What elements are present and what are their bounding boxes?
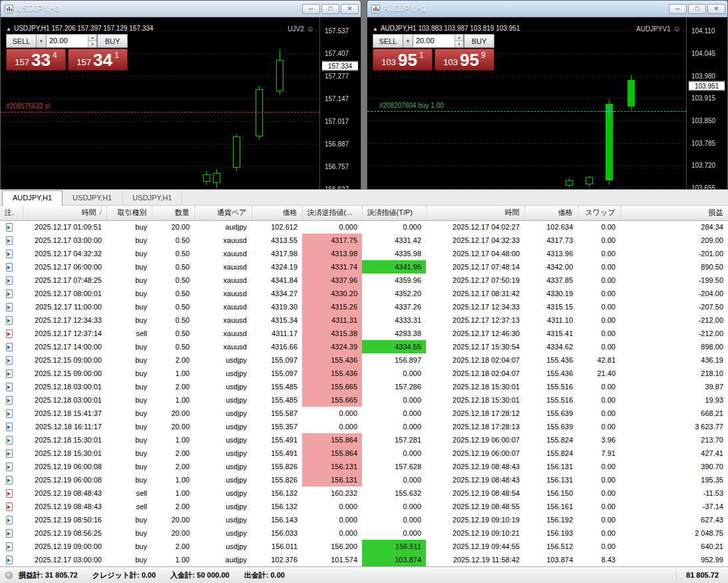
column-header-5[interactable]: 価格 xyxy=(252,206,302,220)
trade-row[interactable]: 2025.12.18 15:30:01buy1.00usdjpy155.4911… xyxy=(0,433,728,447)
status-total-item: 出金計: 0.00 xyxy=(244,570,285,580)
trade-row[interactable]: 2025.12.17 03:00:00buy1.00audjpy102.3761… xyxy=(0,553,728,566)
connection-status-icon xyxy=(5,572,13,579)
grid-line xyxy=(1,121,319,122)
volume-field[interactable]: 20.00 ▲ ▼ xyxy=(413,34,464,48)
titlebar-usdjpy[interactable]: USDJPY,H1 ─ □ ✕ xyxy=(1,1,361,17)
column-header-0[interactable]: 注. xyxy=(0,206,23,220)
cell-open_time: 2025.12.18 03:00:01 xyxy=(23,380,106,393)
cell-price: 155.485 xyxy=(252,380,302,393)
trade-row[interactable]: 2025.12.19 08:50:16buy20.00usdjpy156.143… xyxy=(0,513,728,526)
sell-button[interactable]: SELL xyxy=(6,34,37,48)
trade-row[interactable]: 2025.12.18 16:11:17buy20.00usdjpy155.357… xyxy=(0,420,728,433)
trade-row[interactable]: 2025.12.17 07:48:25buy0.50xauusd4341.844… xyxy=(0,274,728,287)
volume-dropdown-button[interactable]: ▼ xyxy=(37,34,47,48)
candle-body xyxy=(256,89,263,136)
trade-row[interactable]: 2025.12.17 01:09:51buy20.00audjpy102.612… xyxy=(0,220,728,234)
cell-profit: 390.70 xyxy=(620,460,728,473)
trade-row[interactable]: 2025.12.17 11:00:00buy0.50xauusd4319.304… xyxy=(0,300,728,313)
minimize-button[interactable]: ─ xyxy=(302,4,320,14)
cell-close_price: 155.436 xyxy=(524,353,578,367)
buy-quote[interactable]: 157341 xyxy=(68,49,128,71)
trade-row[interactable]: 2025.12.19 08:48:43sell1.00usdjpy156.132… xyxy=(0,486,728,500)
volume-dropdown-button[interactable]: ▼ xyxy=(403,34,413,48)
trade-row[interactable]: 2025.12.15 09:00:00buy1.00usdjpy155.0971… xyxy=(0,367,728,380)
column-header-2[interactable]: 取引種別 xyxy=(106,206,152,220)
trade-row[interactable]: 2025.12.19 06:00:08buy2.00usdjpy155.8261… xyxy=(0,460,728,473)
trade-row[interactable]: 2025.12.17 08:00:01buy0.50xauusd4334.274… xyxy=(0,287,728,300)
trade-row[interactable]: 2025.12.17 14:00:00buy0.50xauusd4316.664… xyxy=(0,340,728,353)
trade-row[interactable]: 2025.12.17 06:00:00buy0.50xauusd4324.194… xyxy=(0,260,728,274)
tab-0-audjpy-h1[interactable]: AUDJPY,H1 xyxy=(2,190,63,206)
cell-sl: 0.000 xyxy=(302,526,362,540)
trade-row[interactable]: 2025.12.18 15:30:01buy2.00usdjpy155.4911… xyxy=(0,447,728,460)
trade-row[interactable]: 2025.12.18 03:00:01buy1.00usdjpy155.4851… xyxy=(0,393,728,407)
volume-increase-icon[interactable]: ▲ xyxy=(455,35,463,41)
restore-button[interactable]: □ xyxy=(688,4,706,14)
column-header-4[interactable]: 通貨ペア xyxy=(194,206,252,220)
trade-row[interactable]: 2025.12.19 08:48:43sell2.00usdjpy156.132… xyxy=(0,500,728,513)
cell-close_time: 2025.12.18 17:28:12 xyxy=(426,407,524,420)
close-button[interactable]: ✕ xyxy=(707,4,725,14)
cell-price: 102.612 xyxy=(252,220,302,234)
column-header-11[interactable]: 損益 xyxy=(620,206,728,220)
column-header-8[interactable]: 時間 xyxy=(426,206,524,220)
restore-button[interactable]: □ xyxy=(321,4,339,14)
cell-type: buy xyxy=(106,407,152,420)
volume-decrease-icon[interactable]: ▼ xyxy=(455,41,463,47)
buy-button[interactable]: BUY xyxy=(97,34,128,48)
column-header-10[interactable]: スワップ xyxy=(578,206,620,220)
sell-quote[interactable]: 157334 xyxy=(6,49,66,71)
cell-open_time: 2025.12.15 09:00:00 xyxy=(23,353,106,367)
cell-open_time: 2025.12.17 06:00:00 xyxy=(23,260,106,274)
trade-row[interactable]: 2025.12.17 12:34:33buy0.50xauusd4315.344… xyxy=(0,313,728,327)
volume-decrease-icon[interactable]: ▼ xyxy=(89,41,96,47)
cell-open_time: 2025.12.19 09:00:00 xyxy=(23,540,106,553)
trade-row[interactable]: 2025.12.19 06:00:08buy1.00usdjpy155.8261… xyxy=(0,473,728,486)
trade-row[interactable]: 2025.12.18 03:00:01buy2.00usdjpy155.4851… xyxy=(0,380,728,393)
cell-close_time: 2025.12.17 12:34:33 xyxy=(426,300,524,313)
column-header-6[interactable]: 決済逆指値(... xyxy=(302,206,362,220)
cell-icon xyxy=(0,367,23,380)
trade-row[interactable]: 2025.12.17 12:37:14sell0.50xauusd4311.17… xyxy=(0,327,728,340)
trade-row[interactable]: 2025.12.15 09:00:00buy2.00usdjpy155.0971… xyxy=(0,353,728,367)
cell-icon xyxy=(0,234,23,247)
cell-swap: 0.00 xyxy=(578,300,620,313)
column-header-7[interactable]: 決済指値(T/P) xyxy=(362,206,426,220)
buy-button[interactable]: BUY xyxy=(464,34,494,48)
cell-profit: -201.00 xyxy=(620,247,728,260)
cell-symbol: xauusd xyxy=(194,287,252,300)
price-axis-label: 156.627 xyxy=(325,186,349,190)
cell-icon xyxy=(0,407,23,420)
sell-quote[interactable]: 103951 xyxy=(373,49,433,71)
cell-tp: 155.632 xyxy=(362,486,426,500)
cell-close_time: 2025.12.17 07:48:14 xyxy=(426,260,524,274)
sell-button[interactable]: SELL xyxy=(373,34,403,48)
cell-icon xyxy=(0,300,23,313)
volume-field[interactable]: 20.00 ▲ ▼ xyxy=(47,34,97,48)
cell-sl: 156.131 xyxy=(302,460,362,473)
column-header-1[interactable]: 時間/ xyxy=(23,206,106,220)
trade-row[interactable]: 2025.12.19 08:56:25buy20.00usdjpy156.033… xyxy=(0,526,728,540)
cell-swap: 0.00 xyxy=(578,327,620,340)
close-button[interactable]: ✕ xyxy=(341,4,359,14)
tab-2-usdjpy-h1[interactable]: USDJPY,H1 xyxy=(122,191,182,205)
trade-row[interactable]: 2025.12.17 04:32:32buy0.50xauusd4317.984… xyxy=(0,247,728,260)
cell-swap: 42.81 xyxy=(578,353,620,367)
column-header-3[interactable]: 数量 xyxy=(152,206,194,220)
cell-price: 155.826 xyxy=(252,460,302,473)
minimize-button[interactable]: ─ xyxy=(669,4,687,14)
one-click-panel-audjpy: SELL ▼ 20.00 ▲ ▼ BUY 1039 xyxy=(373,34,494,71)
trade-row[interactable]: 2025.12.19 09:00:00buy2.00usdjpy156.0111… xyxy=(0,540,728,553)
column-header-9[interactable]: 価格 xyxy=(524,206,578,220)
cell-tp: 0.000 xyxy=(362,393,426,407)
cell-close_price: 155.824 xyxy=(524,433,578,447)
tab-1-usdjpy-h1[interactable]: USDJPY,H1 xyxy=(63,191,122,205)
volume-increase-icon[interactable]: ▲ xyxy=(89,35,96,41)
titlebar-audjpy[interactable]: AUDJPY,H1 ─ □ ✕ xyxy=(367,1,727,17)
trade-row[interactable]: 2025.12.18 15:41:37buy20.00usdjpy155.587… xyxy=(0,407,728,420)
status-total-item: クレジット計: 0.00 xyxy=(92,570,156,580)
buy-quote[interactable]: 103959 xyxy=(435,49,494,71)
candle-body xyxy=(203,174,210,181)
trade-row[interactable]: 2025.12.17 03:00:00buy0.50xauusd4313.554… xyxy=(0,234,728,247)
